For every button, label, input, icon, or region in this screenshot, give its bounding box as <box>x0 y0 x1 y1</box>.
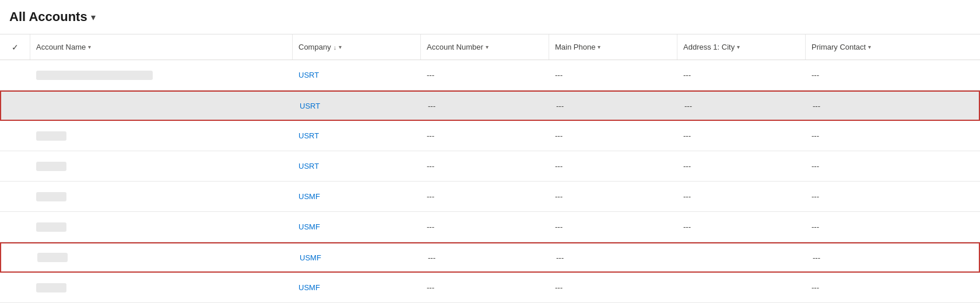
accounts-table: ✓ Account Name ▾ Company ↓ ▾ Account Num… <box>0 34 980 303</box>
table-row[interactable]: USRT --- --- --- --- <box>0 60 980 90</box>
page-container: All Accounts ▾ ✓ Account Name ▾ Company … <box>0 0 980 303</box>
table-row[interactable]: USRT --- --- --- --- <box>0 121 980 151</box>
row-6-primary-contact: --- <box>806 222 980 231</box>
row-5-name-blur <box>36 192 66 201</box>
row-2-check[interactable] <box>1 92 31 120</box>
row-5-account-number: --- <box>421 192 549 201</box>
row-3-account-number: --- <box>421 131 549 140</box>
row-7-check[interactable] <box>1 243 31 271</box>
page-title: All Accounts <box>9 9 87 25</box>
row-7-main-phone: --- <box>550 253 679 262</box>
row-6-name-blur <box>36 222 66 232</box>
row-8-company[interactable]: USMF <box>293 283 421 292</box>
row-7-company[interactable]: USMF <box>294 253 422 262</box>
row-6-account-name[interactable] <box>30 222 293 232</box>
col-company-label: Company <box>298 43 331 51</box>
col-primary-contact-chevron-icon: ▾ <box>868 44 871 50</box>
row-1-check[interactable] <box>0 60 30 90</box>
row-2-main-phone: --- <box>550 102 679 110</box>
table-row[interactable]: USMF --- --- --- <box>0 273 980 303</box>
row-7-name-blur <box>37 253 68 262</box>
page-title-row: All Accounts ▾ <box>9 6 971 30</box>
row-4-account-name[interactable] <box>30 162 293 171</box>
row-3-company[interactable]: USRT <box>293 131 421 140</box>
row-2-address-city: --- <box>679 102 807 110</box>
row-2-primary-contact: --- <box>807 102 979 110</box>
row-6-address-city: --- <box>677 222 806 231</box>
col-primary-contact-label: Primary Contact <box>812 43 866 51</box>
row-2-company[interactable]: USRT <box>294 102 422 110</box>
row-4-company[interactable]: USRT <box>293 162 421 170</box>
col-account-name-label: Account Name <box>36 43 86 51</box>
col-address-city-label: Address 1: City <box>683 43 735 51</box>
row-6-company[interactable]: USMF <box>293 222 421 231</box>
row-1-primary-contact: --- <box>806 71 980 79</box>
row-1-address-city: --- <box>677 71 806 79</box>
row-5-check[interactable] <box>0 182 30 211</box>
row-3-name-blur-right <box>69 131 145 141</box>
row-3-name-blur-left <box>36 131 66 141</box>
row-6-main-phone: --- <box>549 222 677 231</box>
table-row[interactable]: USRT --- --- --- --- <box>0 151 980 182</box>
col-header-company[interactable]: Company ↓ ▾ <box>293 34 421 60</box>
check-all-icon: ✓ <box>12 43 19 52</box>
row-8-main-phone: --- <box>549 283 677 292</box>
table-row[interactable]: USRT --- --- --- --- <box>0 90 980 121</box>
col-company-sort-icon: ↓ <box>333 44 337 51</box>
row-8-name-blur <box>36 283 66 292</box>
row-8-account-name[interactable] <box>30 283 293 292</box>
row-5-address-city: --- <box>677 192 806 201</box>
title-chevron-icon[interactable]: ▾ <box>91 12 96 23</box>
col-header-address-city[interactable]: Address 1: City ▾ <box>677 34 806 60</box>
row-3-primary-contact: --- <box>806 131 980 140</box>
row-4-account-number: --- <box>421 162 549 170</box>
col-company-chevron-icon: ▾ <box>339 44 342 50</box>
col-header-account-number[interactable]: Account Number ▾ <box>421 34 549 60</box>
col-account-number-chevron-icon: ▾ <box>486 44 489 50</box>
row-5-main-phone: --- <box>549 192 677 201</box>
row-1-account-number: --- <box>421 71 549 79</box>
row-7-account-number: --- <box>422 253 550 262</box>
row-1-name-blur <box>36 71 153 80</box>
row-2-name-blur <box>37 101 154 110</box>
col-header-account-name[interactable]: Account Name ▾ <box>30 34 293 60</box>
row-6-check[interactable] <box>0 212 30 242</box>
col-account-number-label: Account Number <box>427 43 483 51</box>
col-account-name-chevron-icon: ▾ <box>88 44 91 50</box>
table-row[interactable]: USMF --- --- --- --- <box>0 212 980 242</box>
col-header-main-phone[interactable]: Main Phone ▾ <box>549 34 677 60</box>
col-address-city-chevron-icon: ▾ <box>737 44 740 50</box>
row-4-address-city: --- <box>677 162 806 170</box>
row-4-main-phone: --- <box>549 162 677 170</box>
row-4-check[interactable] <box>0 151 30 181</box>
row-2-account-number: --- <box>422 102 550 110</box>
col-main-phone-chevron-icon: ▾ <box>598 44 600 50</box>
row-3-main-phone: --- <box>549 131 677 140</box>
table-header: ✓ Account Name ▾ Company ↓ ▾ Account Num… <box>0 34 980 60</box>
row-4-name-blur <box>36 162 66 171</box>
table-row[interactable]: USMF --- --- --- <box>0 242 980 273</box>
row-2-account-name[interactable] <box>31 101 294 110</box>
row-5-account-name[interactable] <box>30 192 293 201</box>
table-row[interactable]: USMF --- --- --- --- <box>0 182 980 212</box>
header-area: All Accounts ▾ <box>0 0 980 34</box>
row-3-account-name[interactable] <box>30 131 293 141</box>
row-5-primary-contact: --- <box>806 192 980 201</box>
row-4-spacer <box>69 162 145 171</box>
row-6-account-number: --- <box>421 222 549 231</box>
row-3-check[interactable] <box>0 121 30 151</box>
row-8-check[interactable] <box>0 273 30 302</box>
row-7-account-name[interactable] <box>31 253 294 262</box>
col-main-phone-label: Main Phone <box>555 43 595 51</box>
row-1-company[interactable]: USRT <box>293 71 421 79</box>
row-3-address-city: --- <box>677 131 806 140</box>
row-1-account-name[interactable] <box>30 71 293 80</box>
col-header-primary-contact[interactable]: Primary Contact ▾ <box>806 34 980 60</box>
row-1-main-phone: --- <box>549 71 677 79</box>
row-8-account-number: --- <box>421 283 549 292</box>
row-4-primary-contact: --- <box>806 162 980 170</box>
row-7-primary-contact: --- <box>807 253 979 262</box>
check-all-col[interactable]: ✓ <box>0 34 30 60</box>
row-5-company[interactable]: USMF <box>293 192 421 201</box>
row-8-primary-contact: --- <box>806 283 980 292</box>
